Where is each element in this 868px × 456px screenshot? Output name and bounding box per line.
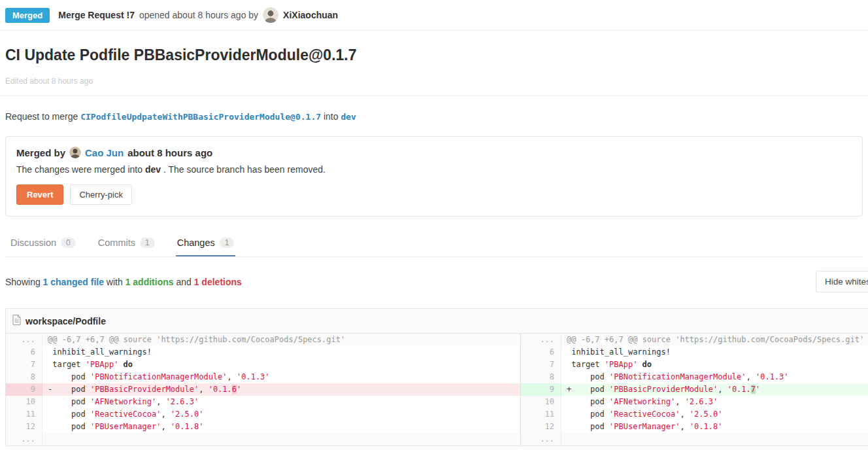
with-word: with	[107, 277, 123, 287]
diff-row: ...	[6, 433, 520, 446]
code-segment: ,	[199, 385, 208, 394]
code-segment: pod	[567, 372, 609, 381]
diff-pane-new: ...@@ -6,7 +6,7 @@ source 'https://githu…	[520, 334, 868, 446]
code-segment: 'ReactiveCocoa'	[609, 410, 680, 419]
diff-file-header[interactable]: workspace/Podfile	[6, 309, 868, 334]
code-line: pod 'PBUserManager', '0.1.8'	[561, 421, 868, 433]
code-segment: 'PBUserManager'	[609, 422, 680, 431]
code-line: pod 'AFNetworking', '2.6.3'	[42, 396, 520, 408]
code-segment: '2.6.3'	[685, 397, 718, 406]
code-segment: ,	[675, 397, 684, 406]
code-line: @@ -6,7 +6,7 @@ source 'https://github.c…	[42, 334, 520, 346]
showing-word: Showing	[5, 277, 41, 287]
tab-discussion[interactable]: Discussion0	[9, 230, 77, 256]
line-number[interactable]: 8	[521, 371, 561, 383]
source-branch-link[interactable]: CIPodfileUpdpateWithPBBasicProviderModul…	[80, 112, 321, 122]
tab-commits[interactable]: Commits1	[97, 230, 156, 256]
line-number[interactable]: 12	[6, 421, 42, 433]
line-number[interactable]: 12	[521, 421, 561, 433]
code-segment: target	[567, 360, 605, 369]
line-number[interactable]: 11	[521, 408, 561, 421]
code-line: pod 'PBNotificationManagerModule', '0.1.…	[42, 371, 520, 383]
code-segment: ,	[718, 385, 727, 394]
diff-row: 7 target 'PBApp' do	[6, 359, 520, 371]
code-segment: 'AFNetworking'	[90, 397, 156, 406]
line-number[interactable]: 10	[521, 396, 561, 408]
mr-reference: Merge Request !7	[58, 10, 135, 20]
hide-whitespace-button[interactable]: Hide whitespace changes	[816, 271, 868, 292]
code-segment: '2.5.0'	[171, 410, 204, 419]
code-segment: ,	[680, 422, 689, 431]
diff-row: 7 target 'PBApp' do	[521, 359, 868, 371]
diff-row: 8 pod 'PBNotificationManagerModule', '0.…	[6, 371, 520, 383]
merge-request-page: Merged Merge Request !7 opened about 8 h…	[0, 0, 868, 456]
code-segment: ,	[156, 397, 165, 406]
line-number[interactable]: 7	[521, 359, 561, 371]
into-word: into	[324, 111, 339, 122]
diff-row: 6 inhibit_all_warnings!	[521, 346, 868, 359]
code-line	[42, 433, 520, 446]
tab-count-badge: 1	[140, 237, 155, 248]
code-segment: do	[643, 360, 652, 369]
request-prefix: Request to merge	[5, 111, 78, 122]
code-line: target 'PBApp' do	[561, 359, 868, 371]
line-number[interactable]: 11	[6, 408, 42, 421]
line-number[interactable]: 6	[521, 346, 561, 359]
tab-changes[interactable]: Changes1	[176, 230, 236, 256]
mr-status-bar: Merged Merge Request !7 opened about 8 h…	[0, 0, 868, 31]
code-segment: '2.6.3'	[166, 397, 199, 406]
tab-count-badge: 1	[220, 237, 235, 248]
line-number: ...	[521, 334, 561, 346]
diff-row: ...	[521, 433, 868, 446]
code-line: @@ -6,7 +6,7 @@ source 'https://github.c…	[561, 334, 868, 346]
diff-row: 10 pod 'AFNetworking', '2.6.3'	[521, 396, 868, 408]
code-segment: ,	[746, 372, 756, 381]
diff-summary-row: Showing 1 changed file with 1 additions …	[5, 271, 863, 294]
tab-label: Changes	[177, 237, 215, 248]
revert-button[interactable]: Revert	[16, 184, 63, 205]
tab-label: Discussion	[10, 237, 56, 248]
author-avatar[interactable]	[263, 7, 278, 23]
code-segment: ,	[227, 372, 237, 381]
target-branch-link[interactable]: dev	[341, 112, 356, 122]
code-segment: pod	[48, 410, 90, 419]
code-segment: '0.1.	[727, 385, 751, 394]
diff-summary-text: Showing 1 changed file with 1 additions …	[5, 271, 863, 287]
code-segment: 'ReactiveCocoa'	[90, 410, 161, 419]
merger-avatar[interactable]	[69, 147, 81, 158]
code-segment: pod	[567, 397, 609, 406]
merged-status-box: Merged by Cao Jun about 8 hours ago The …	[5, 136, 863, 217]
cherry-pick-button[interactable]: Cherry-pick	[70, 184, 131, 205]
line-number[interactable]: 8	[6, 371, 42, 383]
line-number[interactable]: 9	[521, 383, 561, 396]
merged-target-branch[interactable]: dev	[145, 164, 161, 175]
line-number[interactable]: 10	[6, 396, 42, 408]
diff-row: 9+ pod 'PBBasicProviderModule', '0.1.7'	[521, 383, 868, 396]
code-line: pod 'ReactiveCocoa', '2.5.0'	[42, 408, 520, 421]
code-segment: 'AFNetworking'	[609, 397, 675, 406]
code-line: inhibit_all_warnings!	[561, 346, 868, 359]
file-name: workspace/Podfile	[25, 316, 106, 326]
line-number[interactable]: 7	[6, 359, 42, 371]
code-segment: '0.1.3'	[237, 372, 270, 381]
code-segment: 7	[751, 385, 756, 394]
author-name-link[interactable]: XiXiaochuan	[283, 10, 338, 20]
code-segment: pod	[48, 372, 90, 381]
edited-timestamp: Edited about 8 hours ago	[5, 77, 863, 86]
line-number: ...	[6, 334, 42, 346]
merged-by-text: Merged by	[16, 147, 65, 158]
code-segment: pod	[48, 397, 90, 406]
changed-file-link[interactable]: 1 changed file	[43, 277, 104, 287]
diff-file-card: workspace/Podfile ...@@ -6,7 +6,7 @@ sou…	[5, 308, 868, 446]
line-number[interactable]: 6	[6, 346, 42, 359]
file-icon	[12, 315, 21, 327]
line-number[interactable]: 9	[6, 383, 42, 396]
diff-row: 11 pod 'ReactiveCocoa', '2.5.0'	[521, 408, 868, 421]
merger-name-link[interactable]: Cao Jun	[85, 147, 124, 158]
code-line: + pod 'PBBasicProviderModule', '0.1.7'	[561, 383, 868, 396]
additions-count: 1 additions	[125, 277, 174, 287]
diff-pane-old: ...@@ -6,7 +6,7 @@ source 'https://githu…	[6, 334, 520, 446]
code-segment: pod	[567, 410, 609, 419]
code-segment: 6	[232, 385, 237, 394]
code-segment	[118, 360, 123, 369]
